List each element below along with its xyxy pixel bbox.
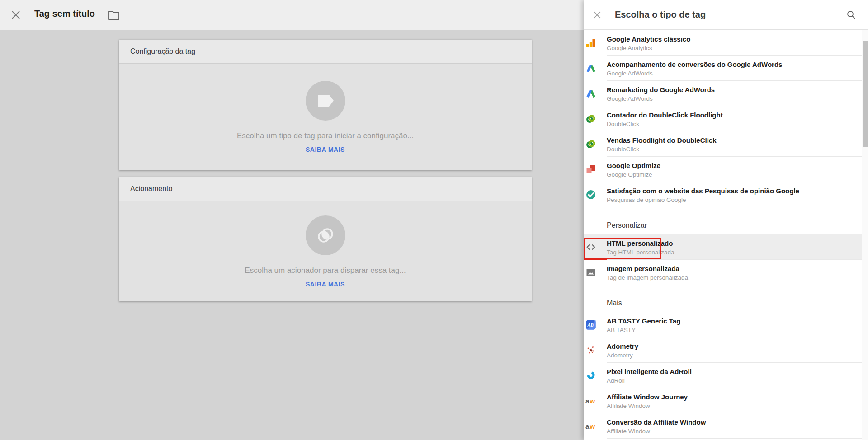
tag-type-item[interactable]: Imagem personalizadaTag de imagem person… (584, 260, 862, 285)
tag-type-subtitle: AdRoll (607, 377, 862, 384)
tag-type-subtitle: Affiliate Window (607, 427, 862, 435)
tag-type-subtitle: Tag de imagem personalizada (607, 274, 862, 281)
tag-type-panel: Escolha o tipo de tag Google Analytics c… (584, 0, 868, 440)
tag-type-item[interactable]: AdometryAdometry (584, 337, 862, 363)
learn-more-link[interactable]: SAIBA MAIS (306, 281, 345, 288)
tag-type-subtitle: AB TASTY (607, 326, 862, 334)
google-analytics-classic-icon (585, 37, 597, 49)
adwords-remarketing-icon (585, 88, 597, 99)
tag-type-subtitle: Google Analytics (607, 44, 862, 52)
tag-type-item[interactable]: a wConversão da Affiliate WindowAffiliat… (584, 413, 862, 439)
tag-type-subtitle: Adometry (607, 351, 862, 359)
section-header: Mais (584, 285, 862, 312)
section-header: Personalizar (584, 207, 862, 234)
tag-type-title: Google Optimize (607, 161, 862, 170)
tag-type-subtitle: Affiliate Window (607, 402, 862, 410)
tag-type-title: AB TASTY Generic Tag (607, 317, 862, 325)
tag-type-title: Google Analytics clássico (607, 35, 862, 43)
tag-configuration-hint: Escolha um tipo de tag para iniciar a co… (237, 131, 414, 140)
adwords-conversion-icon (585, 62, 597, 74)
tag-type-item[interactable]: Vendas Floodlight do DoubleClickDoubleCl… (584, 131, 862, 157)
folder-icon (108, 10, 120, 20)
google-surveys-icon (585, 189, 597, 201)
close-icon (10, 9, 21, 20)
panel-scrollbar[interactable] (862, 30, 868, 440)
trigger-body[interactable]: Escolha um acionador para disparar essa … (119, 201, 532, 288)
trigger-circle (306, 215, 345, 255)
tag-type-subtitle: DoubleClick (607, 120, 862, 128)
tag-type-item[interactable]: Pixel inteligente da AdRollAdRoll (584, 363, 862, 388)
svg-text:w: w (590, 397, 595, 405)
tag-configuration-header: Configuração da tag (119, 40, 532, 64)
google-optimize-icon (585, 164, 597, 175)
tag-type-item[interactable]: Contador do DoubleClick FloodlightDouble… (584, 106, 862, 131)
scrollbar-thumb[interactable] (863, 41, 868, 147)
trigger-header: Acionamento (119, 177, 532, 201)
tag-type-subtitle: DoubleClick (607, 145, 862, 153)
tag-type-subtitle: Google Optimize (607, 171, 862, 178)
tag-type-title: Affiliate Window Journey (607, 393, 862, 401)
tag-type-title: Acompanhamento de conversões do Google A… (607, 60, 862, 69)
tag-icon (316, 93, 335, 108)
doubleclick-sales-icon (585, 138, 597, 150)
adometry-icon (585, 344, 597, 356)
doubleclick-counter-icon (585, 113, 597, 125)
editor-canvas: Configuração da tag Escolha um tipo de t… (0, 30, 584, 440)
tag-configuration-body[interactable]: Escolha um tipo de tag para iniciar a co… (119, 64, 532, 153)
ab-tasty-icon: AB (585, 319, 597, 331)
tag-name-field[interactable]: Tag sem título (33, 8, 101, 22)
tag-type-title: Imagem personalizada (607, 264, 862, 273)
tag-type-item[interactable]: Acompanhamento de conversões do Google A… (584, 56, 862, 81)
svg-text:a: a (585, 422, 590, 430)
close-panel-button[interactable] (590, 8, 604, 22)
tag-type-list: Google Analytics clássicoGoogle Analytic… (584, 30, 862, 440)
tag-type-title: Pixel inteligente da AdRoll (607, 367, 862, 376)
close-editor-button[interactable] (9, 8, 23, 22)
tag-type-item[interactable]: HTML personalizadoTag HTML personalizada (584, 234, 862, 260)
tag-type-title: Conversão da Affiliate Window (607, 418, 862, 426)
tag-type-subtitle: Tag HTML personalizada (607, 248, 862, 256)
tag-type-panel-header: Escolha o tipo de tag (584, 0, 868, 30)
tag-type-subtitle: Pesquisas de opinião Google (607, 196, 862, 204)
search-icon (846, 10, 856, 20)
tag-configuration-card: Configuração da tag Escolha um tipo de t… (119, 40, 532, 170)
tag-type-item[interactable]: Satisfação com o website das Pesquisas d… (584, 182, 862, 207)
search-button[interactable] (844, 8, 858, 22)
tag-type-title: Remarketing do Google AdWords (607, 85, 862, 94)
custom-image-icon (585, 267, 597, 278)
svg-text:w: w (590, 422, 595, 430)
trigger-icon (315, 225, 336, 246)
tag-type-title: Contador do DoubleClick Floodlight (607, 111, 862, 119)
affiliate-window-icon: a w (585, 420, 597, 432)
tag-type-item[interactable]: a wAffiliate Window JourneyAffiliate Win… (584, 388, 862, 413)
tag-type-title: Vendas Floodlight do DoubleClick (607, 136, 862, 145)
svg-text:AB: AB (587, 323, 594, 328)
trigger-hint: Escolha um acionador para disparar essa … (245, 266, 406, 275)
editor-topbar: Tag sem título (0, 0, 584, 30)
svg-text:a: a (585, 397, 590, 405)
tag-type-title: HTML personalizado (607, 239, 862, 248)
tag-type-subtitle: Google AdWords (607, 95, 862, 103)
tag-type-subtitle: Google AdWords (607, 70, 862, 77)
panel-title: Escolha o tipo de tag (615, 9, 706, 20)
adroll-icon (585, 370, 597, 381)
tag-type-title: Adometry (607, 342, 862, 351)
tag-type-item[interactable]: ABAB TASTY Generic TagAB TASTY (584, 312, 862, 337)
trigger-card: Acionamento Escolha um acionador para di… (119, 177, 532, 301)
tag-type-item[interactable]: Google Analytics clássicoGoogle Analytic… (584, 30, 862, 56)
tag-type-title: Satisfação com o website das Pesquisas d… (607, 187, 862, 195)
tag-circle (306, 81, 345, 121)
affiliate-window-icon: a w (585, 395, 597, 407)
learn-more-link[interactable]: SAIBA MAIS (306, 146, 345, 153)
tag-type-item[interactable]: Remarketing do Google AdWordsGoogle AdWo… (584, 81, 862, 106)
close-icon (593, 10, 602, 19)
custom-html-icon (585, 241, 597, 253)
folder-button[interactable] (107, 8, 121, 22)
tag-type-item[interactable]: Google OptimizeGoogle Optimize (584, 157, 862, 182)
